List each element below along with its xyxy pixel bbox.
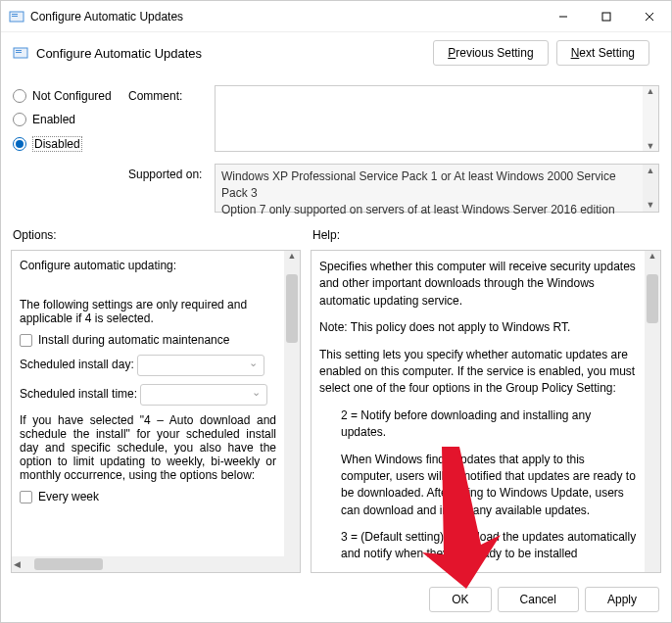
help-p6: 3 = (Default setting) Download the updat…: [341, 529, 637, 563]
checkbox-every-week[interactable]: Every week: [20, 490, 99, 503]
svg-rect-2: [12, 16, 18, 17]
help-p1: Specifies whether this computer will rec…: [319, 259, 637, 310]
options-label: Options:: [13, 228, 57, 242]
scheduled-install-day-row: Scheduled install day:: [20, 355, 276, 376]
scheduled-time-combo[interactable]: [140, 384, 267, 406]
policy-icon: [13, 45, 28, 61]
comment-label: Comment:: [128, 89, 182, 103]
svg-rect-8: [16, 50, 22, 51]
maximize-button[interactable]: [585, 1, 628, 31]
radio-not-configured[interactable]: Not Configured: [13, 89, 112, 103]
help-vertical-scrollbar[interactable]: ▲: [645, 251, 660, 572]
close-button[interactable]: [628, 1, 671, 31]
help-p4: 2 = Notify before downloading and instal…: [341, 407, 637, 442]
help-label: Help:: [312, 228, 340, 242]
ok-button[interactable]: OK: [429, 587, 491, 612]
options-note: The following settings are only required…: [20, 298, 276, 325]
window-title: Configure Automatic Updates: [30, 10, 542, 24]
app-icon: [9, 9, 24, 24]
options-vertical-scrollbar[interactable]: ▲: [284, 251, 300, 556]
help-p2: Note: This policy does not apply to Wind…: [319, 319, 637, 336]
help-p5: When Windows finds updates that apply to…: [341, 452, 637, 520]
supported-scrollbar[interactable]: ▲▼: [643, 165, 658, 212]
apply-button[interactable]: Apply: [585, 587, 659, 612]
scheduled-install-time-row: Scheduled install time:: [20, 384, 276, 406]
comment-scrollbar[interactable]: ▲▼: [643, 86, 658, 151]
svg-rect-4: [602, 13, 610, 21]
svg-rect-9: [16, 52, 22, 53]
options-panel: Configure automatic updating: The follow…: [11, 250, 301, 573]
supported-on-label: Supported on:: [128, 168, 202, 181]
scheduled-day-combo[interactable]: [137, 355, 264, 376]
radio-enabled[interactable]: Enabled: [13, 113, 112, 126]
cancel-button[interactable]: Cancel: [498, 587, 579, 612]
radio-disabled[interactable]: Disabled: [13, 136, 112, 152]
minimize-button[interactable]: [542, 1, 585, 31]
policy-title: Configure Automatic Updates: [36, 46, 433, 61]
comment-textarea[interactable]: ▲▼: [215, 85, 659, 152]
help-p3: This setting lets you specify whether au…: [319, 347, 637, 398]
options-heading: Configure automatic updating:: [20, 259, 276, 272]
supported-on-box: Windows XP Professional Service Pack 1 o…: [215, 164, 659, 213]
svg-rect-1: [12, 14, 18, 15]
options-horizontal-scrollbar[interactable]: ◀: [12, 556, 284, 572]
checkbox-install-maintenance[interactable]: Install during automatic maintenance: [20, 333, 229, 347]
previous-setting-button[interactable]: Previous Setting: [433, 40, 548, 66]
next-setting-button[interactable]: Next Setting: [556, 40, 649, 66]
help-panel: Specifies whether this computer will rec…: [311, 250, 661, 573]
options-paragraph: If you have selected "4 – Auto download …: [20, 413, 276, 482]
